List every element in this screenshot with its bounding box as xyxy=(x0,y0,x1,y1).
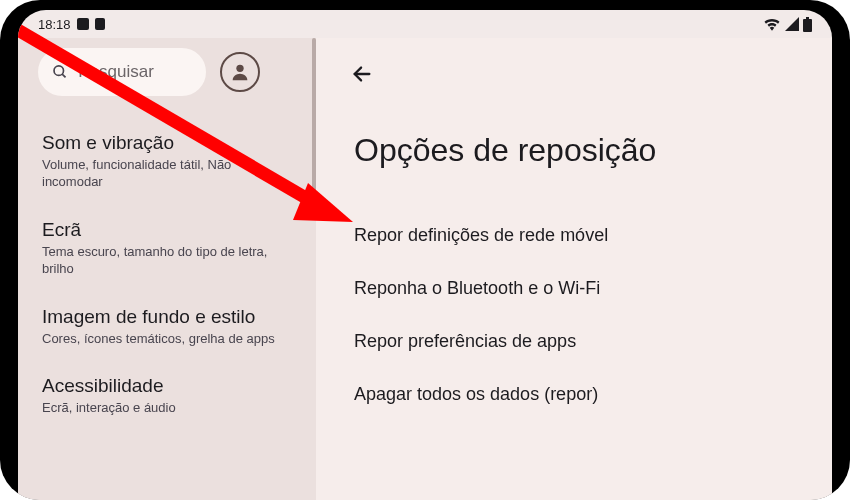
sidebar-item-subtitle: Tema escuro, tamanho do tipo de letra, b… xyxy=(42,244,292,278)
sidebar-item-title: Imagem de fundo e estilo xyxy=(42,306,292,328)
wifi-icon xyxy=(763,17,781,31)
page-title: Opções de reposição xyxy=(354,132,804,169)
detail-panel: Opções de reposição Repor definições de … xyxy=(316,38,832,500)
option-reset-app-prefs[interactable]: Repor preferências de apps xyxy=(344,315,804,368)
person-icon xyxy=(229,61,251,83)
sidebar-item-title: Acessibilidade xyxy=(42,375,292,397)
sidebar-item-title: Som e vibração xyxy=(42,132,292,154)
signal-icon xyxy=(785,17,799,31)
arrow-left-icon xyxy=(351,63,373,85)
search-field[interactable] xyxy=(38,48,206,96)
option-reset-mobile[interactable]: Repor definições de rede móvel xyxy=(344,209,804,262)
sidebar-item-wallpaper[interactable]: Imagem de fundo e estilo Cores, ícones t… xyxy=(34,292,300,362)
option-reset-bluetooth-wifi[interactable]: Reponha o Bluetooth e o Wi-Fi xyxy=(344,262,804,315)
back-button[interactable] xyxy=(344,56,380,92)
sidebar-item-subtitle: Ecrã, interação e áudio xyxy=(42,400,292,417)
status-icon-b xyxy=(95,18,105,30)
status-bar: 18:18 xyxy=(18,10,832,38)
sidebar-item-subtitle: Volume, funcionalidade tátil, Não incomo… xyxy=(42,157,292,191)
screen: 18:18 xyxy=(18,10,832,500)
status-left: 18:18 xyxy=(38,17,105,32)
sidebar-item-display[interactable]: Ecrã Tema escuro, tamanho do tipo de let… xyxy=(34,205,300,292)
search-row xyxy=(38,48,300,96)
tablet-frame: 18:18 xyxy=(0,0,850,500)
sidebar-item-title: Ecrã xyxy=(42,219,292,241)
reset-options-list: Repor definições de rede móvel Reponha o… xyxy=(344,209,804,421)
status-right xyxy=(763,17,812,32)
settings-sidebar: Som e vibração Volume, funcionalidade tá… xyxy=(18,38,316,500)
svg-rect-0 xyxy=(803,19,812,32)
content-area: Som e vibração Volume, funcionalidade tá… xyxy=(18,38,832,500)
profile-button[interactable] xyxy=(220,52,260,92)
status-time: 18:18 xyxy=(38,17,71,32)
scrollbar[interactable] xyxy=(312,38,316,218)
option-erase-all-data[interactable]: Apagar todos os dados (repor) xyxy=(344,368,804,421)
search-icon xyxy=(52,62,68,82)
sidebar-item-accessibility[interactable]: Acessibilidade Ecrã, interação e áudio xyxy=(34,361,300,431)
sidebar-item-sound[interactable]: Som e vibração Volume, funcionalidade tá… xyxy=(34,118,300,205)
svg-point-2 xyxy=(54,66,63,75)
sidebar-item-subtitle: Cores, ícones temáticos, grelha de apps xyxy=(42,331,292,348)
svg-rect-1 xyxy=(806,17,809,19)
svg-point-4 xyxy=(236,65,243,72)
svg-line-3 xyxy=(62,74,65,77)
battery-icon xyxy=(803,17,812,32)
status-icon-a xyxy=(77,18,89,30)
search-input[interactable] xyxy=(78,62,192,82)
